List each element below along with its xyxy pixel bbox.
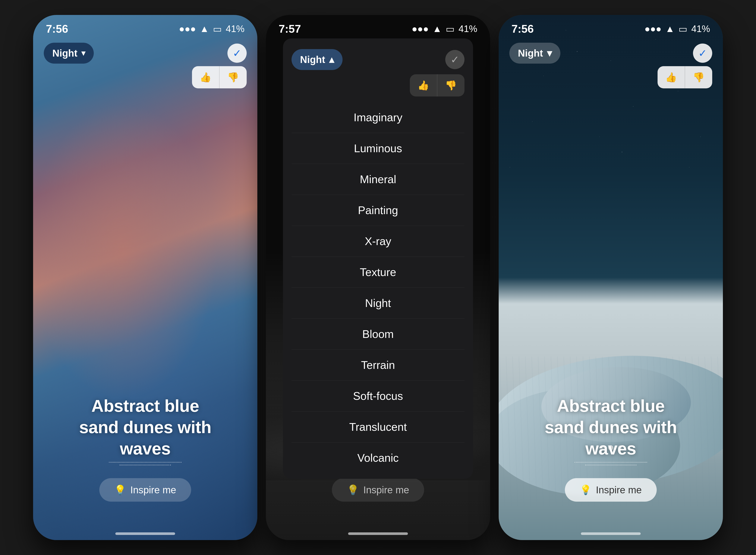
- dropdown-item-bloom[interactable]: Bloom: [283, 319, 473, 349]
- wifi-icon-1: ●●●: [179, 24, 196, 34]
- dropdown-item-translucent[interactable]: Translucent: [283, 413, 473, 441]
- title-line3-3: waves: [585, 439, 636, 458]
- status-time-3: 7:56: [512, 23, 534, 35]
- thumbup-button-1[interactable]: 👍: [192, 66, 220, 88]
- title-line1-1: Abstract blue: [91, 396, 199, 415]
- thumbup-icon-2: 👍: [417, 80, 429, 90]
- check-icon-1: ✓: [233, 47, 241, 59]
- feedback-area-2: 👍 👎: [283, 74, 473, 101]
- lightbulb-icon-2: 💡: [347, 484, 359, 496]
- status-icons-3: ●●● ▲ ▭ 41%: [644, 24, 710, 34]
- inspire-button-2[interactable]: 💡 Inspire me: [332, 478, 424, 502]
- title-line1-3: Abstract blue: [557, 396, 665, 415]
- inspire-label-3: Inspire me: [596, 484, 642, 496]
- inspire-label-1: Inspire me: [130, 484, 176, 496]
- thumbup-button-2[interactable]: 👍: [410, 74, 437, 96]
- confirm-button-2[interactable]: ✓: [445, 50, 465, 69]
- phone-3: 7:56 ●●● ▲ ▭ 41% Night ▾ ✓ 👍: [499, 15, 723, 540]
- inspire-button-1[interactable]: 💡 Inspire me: [99, 478, 191, 502]
- thumbdown-icon-2: 👎: [445, 80, 457, 90]
- divider-10: [291, 411, 465, 412]
- divider-7: [291, 318, 465, 319]
- dropdown-item-volcanic[interactable]: Volcanic: [283, 443, 473, 472]
- title-underline-1: [109, 462, 182, 463]
- thumbdown-button-1[interactable]: 👎: [220, 66, 247, 88]
- controls-row-1: Night ▾ ✓: [33, 38, 257, 68]
- filter-button-3[interactable]: Night ▾: [509, 43, 560, 63]
- filter-label-2: Night: [300, 54, 325, 65]
- confirm-button-1[interactable]: ✓: [228, 44, 247, 63]
- filter-button-1[interactable]: Night ▾: [44, 43, 94, 63]
- divider-8: [291, 349, 465, 350]
- thumbup-button-3[interactable]: 👍: [658, 66, 685, 88]
- title-3: Abstract blue sand dunes with waves: [545, 395, 677, 459]
- status-bar-2: 7:57 ●●● ▲ ▭ 41%: [266, 15, 490, 36]
- feedback-area-3: 👍 👎: [658, 66, 712, 88]
- dropdown-item-texture[interactable]: Texture: [283, 258, 473, 287]
- check-icon-3: ✓: [698, 47, 707, 59]
- title-line3-1: waves: [120, 439, 171, 458]
- battery-icon-2: ▭: [446, 24, 455, 34]
- divider-2: [291, 164, 465, 164]
- dropdown-item-mineral[interactable]: Mineral: [283, 165, 473, 194]
- title-area-1: Abstract blue sand dunes with waves 💡 In…: [33, 395, 257, 502]
- title-underline2-3: [585, 465, 636, 465]
- controls-row-3: Night ▾ ✓: [499, 38, 723, 68]
- feedback-area-1: 👍 👎: [192, 66, 247, 88]
- filter-label-3: Night: [518, 47, 543, 59]
- inspire-label-2: Inspire me: [363, 484, 409, 496]
- battery-icon-1: ▭: [213, 24, 222, 34]
- signal-icon-1: ▲: [200, 24, 209, 34]
- title-1: Abstract blue sand dunes with waves: [79, 395, 211, 459]
- thumbup-icon-3: 👍: [665, 72, 677, 82]
- thumbdown-icon-1: 👎: [227, 72, 239, 82]
- dropdown-item-luminous[interactable]: Luminous: [283, 134, 473, 163]
- divider-9: [291, 380, 465, 381]
- inspire-button-3[interactable]: 💡 Inspire me: [565, 478, 657, 502]
- check-icon-2: ✓: [451, 53, 459, 66]
- thumbdown-button-2[interactable]: 👎: [437, 74, 465, 96]
- confirm-button-3[interactable]: ✓: [693, 44, 712, 63]
- battery-text-3: 41%: [691, 24, 710, 34]
- title-underline-3: [574, 462, 647, 463]
- phone-2: 7:57 ●●● ▲ ▭ 41% Night ▴ ✓: [266, 15, 490, 540]
- feedback-buttons-2[interactable]: 👍 👎: [410, 74, 465, 96]
- feedback-buttons-3[interactable]: 👍 👎: [658, 66, 712, 88]
- battery-icon-3: ▭: [678, 24, 687, 34]
- wifi-icon-2: ●●●: [412, 24, 429, 34]
- chevron-up-icon-2: ▴: [329, 54, 334, 65]
- chevron-down-icon-1: ▾: [81, 49, 85, 58]
- status-time-2: 7:57: [279, 23, 301, 35]
- status-icons-1: ●●● ▲ ▭ 41%: [179, 24, 244, 34]
- lightbulb-icon-1: 💡: [114, 484, 126, 496]
- home-indicator-2: [348, 532, 408, 535]
- dropdown-list: Imaginary Luminous Mineral Painting X-ra…: [283, 101, 473, 474]
- wifi-icon-3: ●●●: [644, 24, 662, 34]
- home-indicator-3: [581, 532, 641, 535]
- feedback-buttons-1[interactable]: 👍 👎: [192, 66, 247, 88]
- signal-icon-2: ▲: [433, 24, 442, 34]
- thumbdown-icon-3: 👎: [693, 72, 705, 82]
- dropdown-item-xray[interactable]: X-ray: [283, 227, 473, 256]
- filter-label-1: Night: [52, 47, 78, 59]
- dropdown-item-softfocus[interactable]: Soft-focus: [283, 381, 473, 411]
- filter-button-2[interactable]: Night ▴: [291, 49, 343, 70]
- thumbdown-button-3[interactable]: 👎: [685, 66, 712, 88]
- title-line2-1: sand dunes with: [79, 418, 211, 437]
- title-area-3: Abstract blue sand dunes with waves 💡 In…: [499, 395, 723, 502]
- dropdown-item-imaginary[interactable]: Imaginary: [283, 103, 473, 132]
- dropdown-panel: Night ▴ ✓ 👍 👎 Imagin: [283, 38, 473, 479]
- title-underline2-1: [120, 465, 171, 465]
- phones-container: 7:56 ●●● ▲ ▭ 41% Night ▾ ✓ 👍: [0, 0, 756, 555]
- status-bar-3: 7:56 ●●● ▲ ▭ 41%: [499, 15, 723, 36]
- divider-1: [291, 133, 465, 133]
- chevron-down-icon-3: ▾: [547, 47, 552, 59]
- dropdown-item-night[interactable]: Night: [283, 289, 473, 317]
- lightbulb-icon-3: 💡: [580, 484, 592, 496]
- dropdown-item-terrain[interactable]: Terrain: [283, 350, 473, 380]
- thumbup-icon-1: 👍: [200, 72, 211, 82]
- battery-text-2: 41%: [459, 24, 477, 34]
- battery-text-1: 41%: [226, 24, 244, 34]
- signal-icon-3: ▲: [665, 24, 675, 34]
- dropdown-item-painting[interactable]: Painting: [283, 196, 473, 225]
